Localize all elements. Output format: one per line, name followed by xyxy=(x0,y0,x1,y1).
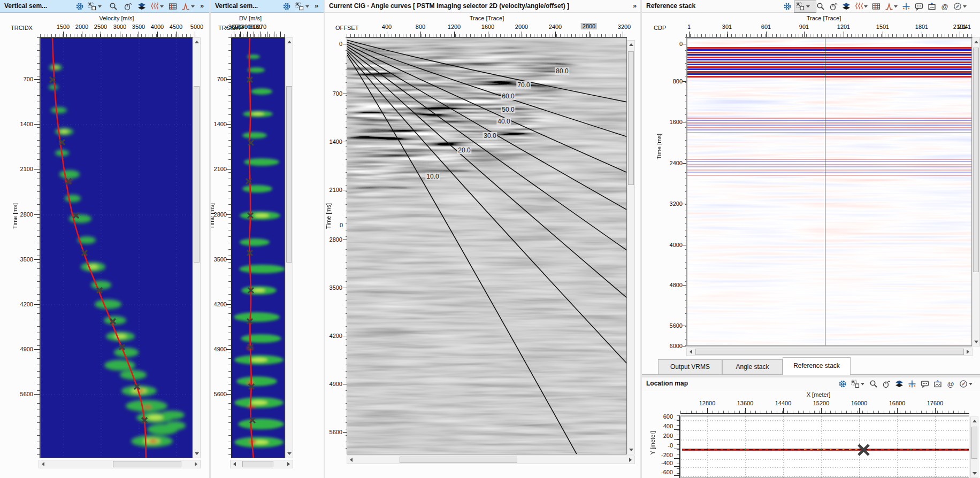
horizontal-scrollbar[interactable] xyxy=(686,348,973,356)
location-map-plot[interactable] xyxy=(680,415,969,478)
wiggle-dropdown-icon[interactable] xyxy=(159,4,164,9)
toolbar-overflow-chevron[interactable]: » xyxy=(315,2,318,10)
histogram-icon[interactable] xyxy=(181,2,190,11)
locate-icon[interactable] xyxy=(946,379,955,389)
vertical-scrollbar-thumb[interactable] xyxy=(286,86,292,263)
angle-curve-label: 40.0 xyxy=(496,118,511,125)
histogram-dropdown-icon[interactable] xyxy=(893,4,898,9)
compass-dropdown-icon[interactable] xyxy=(968,382,973,386)
compass-dropdown-icon[interactable] xyxy=(962,4,967,9)
fit-view-icon[interactable] xyxy=(295,2,304,11)
pointer-position-icon[interactable] xyxy=(907,379,917,389)
settings-gear-icon[interactable] xyxy=(783,2,792,11)
y-tick-label: 3200 xyxy=(663,201,683,207)
compass-icon[interactable] xyxy=(953,2,962,11)
x-tick-label: 1500 xyxy=(57,24,70,30)
x-tick-label: 301 xyxy=(722,24,732,30)
spreadsheet-icon[interactable] xyxy=(168,2,178,11)
horizontal-scrollbar[interactable] xyxy=(230,460,293,468)
panel-current-cig: Current CIG - Angle curves [ PSTM imagin… xyxy=(325,0,640,478)
x-tick-label: 15200 xyxy=(813,400,830,406)
x-tick-label: 5000 xyxy=(190,24,203,30)
annotation-icon[interactable] xyxy=(914,2,924,11)
vertical-scrollbar-thumb[interactable] xyxy=(194,86,200,263)
vertical-scrollbar[interactable] xyxy=(193,37,201,458)
vertical-scrollbar-thumb[interactable] xyxy=(628,51,634,185)
export-image-icon[interactable] xyxy=(933,379,943,389)
mouse-mode-icon[interactable] xyxy=(829,2,838,11)
fit-view-dropdown-icon[interactable] xyxy=(860,382,865,386)
angle-curve-label: 70.0 xyxy=(516,81,531,89)
x-axis-title: DV [m/s] xyxy=(239,15,262,21)
tab-angle-stack[interactable]: Angle stack xyxy=(722,359,783,375)
panel3-header: Current CIG - Angle curves [ PSTM imagin… xyxy=(325,0,640,13)
zoom-tool-icon[interactable] xyxy=(109,2,118,11)
dv-pick-curve[interactable] xyxy=(249,38,254,458)
layers-icon[interactable] xyxy=(137,2,147,11)
y-tick-label: 4200 xyxy=(18,301,33,307)
cig-gather-graphic xyxy=(347,38,627,454)
export-image-icon[interactable] xyxy=(927,2,937,11)
settings-gear-icon[interactable] xyxy=(282,2,292,11)
x-axis-title: Trace [Trace] xyxy=(807,15,841,21)
vertical-scrollbar[interactable] xyxy=(285,37,293,458)
locate-icon[interactable] xyxy=(940,2,950,11)
compass-icon[interactable] xyxy=(959,379,968,389)
annotation-icon[interactable] xyxy=(920,379,930,389)
horizontal-scrollbar-thumb[interactable] xyxy=(695,349,964,355)
vertical-scrollbar[interactable] xyxy=(627,40,635,454)
histogram-icon[interactable] xyxy=(884,2,894,11)
settings-gear-icon[interactable] xyxy=(838,379,847,389)
mouse-mode-icon[interactable] xyxy=(123,2,133,11)
horizontal-scrollbar-thumb[interactable] xyxy=(400,457,517,463)
y-axis-ticks xyxy=(34,37,40,458)
angle-curve-label: 10.0 xyxy=(425,173,440,180)
y-tick-label: 600 xyxy=(659,413,673,420)
horizontal-scrollbar[interactable] xyxy=(39,460,201,468)
fit-view-icon[interactable] xyxy=(795,2,805,11)
zoom-tool-icon[interactable] xyxy=(816,2,825,11)
fit-view-dropdown-icon[interactable] xyxy=(305,4,310,9)
mouse-mode-icon[interactable] xyxy=(882,379,891,389)
panel-divider xyxy=(324,0,325,478)
angle-curve-label: 60.0 xyxy=(501,92,515,100)
wiggle-dropdown-icon[interactable] xyxy=(863,4,868,9)
spreadsheet-icon[interactable] xyxy=(871,2,881,11)
zoom-tool-icon[interactable] xyxy=(869,379,878,389)
settings-gear-icon[interactable] xyxy=(75,2,85,11)
vertical-scrollbar[interactable] xyxy=(970,417,978,478)
horizontal-scrollbar-thumb[interactable] xyxy=(242,461,273,467)
tab-reference-stack[interactable]: Reference stack xyxy=(783,357,851,375)
vertical-scrollbar-thumb[interactable] xyxy=(973,48,979,272)
wiggle-display-icon[interactable] xyxy=(854,2,864,11)
toolbar-overflow-chevron[interactable]: » xyxy=(633,2,636,10)
semblance-velocity-plot[interactable] xyxy=(40,37,193,458)
layers-icon[interactable] xyxy=(841,2,851,11)
vertical-scrollbar-thumb[interactable] xyxy=(971,427,977,459)
panel3-title: Current CIG - Angle curves [ PSTM imagin… xyxy=(329,2,569,10)
vertical-scrollbar[interactable] xyxy=(972,37,980,346)
pointer-position-icon[interactable] xyxy=(901,2,911,11)
panel-vertical-semblance-velocity: Vertical sem... » TRCIDX Velocity [m/s] … xyxy=(0,0,209,478)
x-tick-label-selected[interactable]: 2800 xyxy=(581,23,597,29)
cig-gather-plot[interactable]: 10.0 20.0 30.0 40.0 50.0 60.0 70.0 80.0 xyxy=(347,37,627,454)
y-tick-label: 4000 xyxy=(663,242,683,248)
stack-section-plot[interactable] xyxy=(686,37,973,346)
fit-view-dropdown-icon[interactable] xyxy=(97,4,102,9)
horizontal-scrollbar-thumb[interactable] xyxy=(113,461,181,467)
semblance-dv-plot[interactable] xyxy=(232,37,285,458)
tab-output-vrms[interactable]: Output VRMS xyxy=(658,359,722,375)
fit-view-icon[interactable] xyxy=(851,379,860,389)
histogram-dropdown-icon[interactable] xyxy=(190,4,195,9)
fit-view-icon[interactable] xyxy=(87,2,97,11)
y-tick-label: 2800 xyxy=(328,236,342,243)
x-tick-label: 13600 xyxy=(737,400,754,406)
fit-view-dropdown-icon[interactable] xyxy=(806,4,810,9)
wiggle-display-icon[interactable] xyxy=(150,2,159,11)
angle-curve-label: 20.0 xyxy=(457,147,471,154)
toolbar-overflow-chevron[interactable]: » xyxy=(200,2,203,10)
x-tick-label: 16800 xyxy=(889,400,906,406)
horizontal-scrollbar[interactable] xyxy=(347,456,635,464)
corner-label-offset: OFFSET xyxy=(335,25,358,31)
layers-icon[interactable] xyxy=(894,379,904,389)
